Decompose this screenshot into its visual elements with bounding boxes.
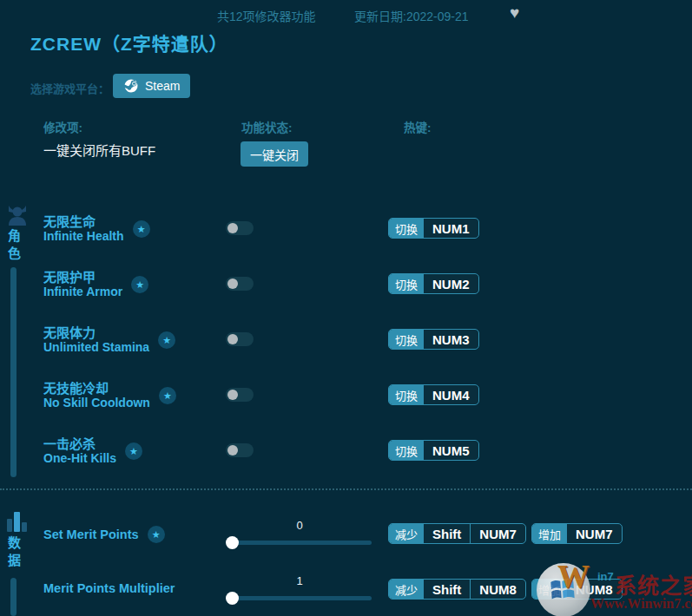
feature-name: 无技能冷却No Skill Cooldown ★ [43,381,176,410]
toggle-knob [227,223,238,233]
watermark-site-name: 系统之家 [615,568,692,600]
section-scroll-indicator[interactable] [10,267,16,477]
hotkey-key-label: NUM1 [424,219,478,238]
hotkey-key-label: NUM8 [470,580,525,599]
character-icon [5,206,30,230]
star-icon[interactable]: ★ [148,526,165,543]
hotkey-key-label: NUM7 [470,524,525,543]
feature-name: Set Merit Points ★ [43,526,165,543]
update-date-text: 更新日期:2022-09-21 [354,7,469,24]
hotkey-key-label: NUM3 [424,330,478,349]
section-label-data: 数据 [5,536,21,571]
hotkey-action-label: 切换 [389,385,424,404]
section-scroll-indicator[interactable] [10,578,16,616]
hotkey-merit-decrease[interactable]: 减少 Shift NUM7 [388,523,526,544]
hotkey-action-label: 增加 [532,580,567,599]
hotkey-key-label: NUM5 [424,441,478,460]
platform-label: 选择游戏平台： [30,80,109,96]
toggle-one-hit-kills[interactable] [226,443,254,457]
star-icon[interactable]: ★ [125,442,142,460]
feature-cn: 无限生命 [43,214,124,229]
toggle-knob [227,390,238,400]
star-icon[interactable]: ★ [159,387,176,404]
page-title: ZCREW（Z字特遣队） [30,29,228,56]
toggle-knob [227,279,238,289]
feature-en: Set Merit Points [43,528,139,541]
feature-name: 无限体力Unlimited Stamina ★ [43,325,175,355]
hotkey-infinite-armor[interactable]: 切换 NUM2 [388,273,479,294]
column-header-status: 功能状态: [241,118,293,135]
section-divider [0,488,692,490]
hotkey-key-label: NUM4 [424,385,478,404]
hotkey-unlimited-stamina[interactable]: 切换 NUM3 [388,329,479,350]
hotkey-mod-label: Shift [424,524,470,543]
hotkey-action-label: 减少 [389,580,424,599]
hotkey-action-label: 切换 [389,441,424,460]
feature-en: Unlimited Stamina [43,340,149,355]
feature-en: Merit Points Multiplier [43,581,175,595]
toggle-infinite-health[interactable] [226,221,254,235]
hotkey-action-label: 增加 [532,524,567,543]
close-all-buff-label: 一键关闭所有BUFF [43,141,155,159]
hotkey-action-label: 切换 [389,330,424,349]
hotkey-action-label: 切换 [389,274,424,293]
star-icon[interactable]: ★ [158,331,175,349]
hotkey-mod-label: Shift [424,580,470,599]
feature-count-text: 共12项修改器功能 [217,7,316,24]
hotkey-action-label: 减少 [389,524,424,543]
star-icon[interactable]: ★ [131,276,148,293]
feature-cn: 无限体力 [43,325,149,340]
toggle-no-skill-cooldown[interactable] [226,388,254,402]
column-header-hotkey: 热键: [404,118,432,135]
slider-value: 1 [227,574,372,587]
slider-knob[interactable] [226,536,239,549]
steam-button-label: Steam [145,79,180,93]
section-label-character: 角色 [5,229,21,264]
hotkey-infinite-health[interactable]: 切换 NUM1 [388,218,479,239]
feature-en: No Skill Cooldown [43,396,150,410]
feature-en: One-Hit Kills [43,451,116,466]
slider-value: 0 [227,519,372,532]
hotkey-multiplier-increase[interactable]: 增加 NUM8 [531,579,623,600]
close-all-buff-button[interactable]: 一键关闭 [241,141,308,167]
hotkey-action-label: 切换 [389,219,424,238]
feature-name: Merit Points Multiplier [43,581,175,595]
hotkey-multiplier-decrease[interactable]: 减少 Shift NUM8 [388,579,526,600]
toggle-knob [227,334,238,344]
toggle-knob [227,445,238,455]
steam-platform-button[interactable]: Steam [113,74,190,98]
feature-en: Infinite Health [43,229,124,244]
feature-cn: 一击必杀 [43,436,116,451]
feature-cn: 无技能冷却 [43,381,150,396]
toggle-infinite-armor[interactable] [226,277,254,291]
column-header-modifier: 修改项: [43,118,82,135]
hotkey-no-skill-cooldown[interactable]: 切换 NUM4 [388,384,479,405]
heart-icon[interactable]: ♥ [510,4,519,21]
star-icon[interactable]: ★ [133,220,150,238]
steam-icon [123,78,139,94]
hotkey-key-label: NUM8 [567,580,622,599]
toggle-unlimited-stamina[interactable] [226,332,254,346]
hotkey-key-label: NUM2 [424,274,478,293]
merit-points-slider[interactable] [227,541,372,545]
hotkey-key-label: NUM7 [567,524,622,543]
slider-knob[interactable] [226,592,239,605]
feature-en: Infinite Armor [43,285,122,299]
feature-cn: 无限护甲 [43,270,122,285]
hotkey-merit-increase[interactable]: 增加 NUM7 [531,523,623,544]
hotkey-one-hit-kills[interactable]: 切换 NUM5 [388,440,479,461]
merit-multiplier-slider[interactable] [227,596,372,600]
bar-chart-icon [7,511,27,532]
feature-name: 一击必杀One-Hit Kills ★ [43,436,142,466]
feature-name: 无限护甲Infinite Armor ★ [43,270,148,299]
feature-name: 无限生命Infinite Health ★ [43,214,150,244]
